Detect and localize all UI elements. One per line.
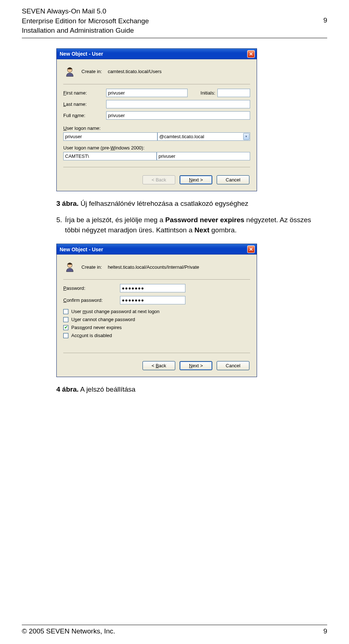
first-name-field[interactable]: [106, 89, 188, 97]
logon-name-label: User logon name:: [63, 125, 250, 131]
checkbox-unchecked-icon: [63, 333, 68, 338]
checkbox-checked-icon: ✔: [63, 325, 68, 330]
create-in-label: Create in:: [81, 69, 102, 74]
full-name-field[interactable]: [106, 111, 250, 120]
next-button[interactable]: Next >: [180, 361, 212, 370]
create-in-path: heltest.ticato.local/Accounts/Internal/P…: [108, 264, 199, 270]
back-button[interactable]: < Back: [143, 361, 175, 370]
header-rule: [22, 38, 327, 38]
checkbox-unchecked-icon: [63, 309, 68, 314]
account-disabled-label: Account is disabled: [71, 333, 112, 338]
next-button[interactable]: Next >: [180, 175, 212, 184]
titlebar: New Object - User ✕: [57, 244, 257, 255]
close-button[interactable]: ✕: [247, 245, 255, 253]
pre2000-user-field[interactable]: [157, 152, 250, 160]
footer-page-number: 9: [323, 627, 327, 635]
footer-copyright: © 2005 SEVEN Networks, Inc.: [22, 627, 115, 635]
never-expires-checkbox-row[interactable]: ✔ Password never expires: [63, 325, 250, 330]
new-user-dialog-1: New Object - User ✕ Create in: camtest.t…: [56, 48, 257, 191]
initials-field[interactable]: [217, 89, 250, 97]
cannot-change-checkbox-row[interactable]: User cannot change password: [63, 317, 250, 322]
header-line-2: Enterprise Edition for Microsoft Exchang…: [22, 16, 149, 26]
user-head-icon: [64, 261, 76, 273]
never-expires-label: Password never expires: [71, 325, 122, 330]
header-line-3: Installation and Administration Guide: [22, 26, 327, 36]
separator: [63, 167, 250, 167]
must-change-checkbox-row[interactable]: User must change password at next logon: [63, 309, 250, 314]
confirm-password-label: Confirm password:: [63, 297, 118, 303]
doc-header: SEVEN Always-On Mail 5.0 Enterprise Edit…: [22, 7, 327, 38]
last-name-label: Last name:: [63, 101, 104, 107]
header-line-1: SEVEN Always-On Mail 5.0: [22, 7, 327, 16]
domain-combo[interactable]: @camtest.ticato.local ▾: [157, 132, 250, 141]
window-title: New Object - User: [60, 247, 103, 252]
last-name-field[interactable]: [106, 100, 250, 108]
cancel-button[interactable]: Cancel: [217, 361, 249, 370]
cancel-button[interactable]: Cancel: [217, 175, 249, 184]
close-icon: ✕: [249, 247, 253, 252]
header-page-number: 9: [323, 16, 327, 26]
separator: [63, 353, 250, 353]
account-disabled-checkbox-row[interactable]: Account is disabled: [63, 333, 250, 338]
close-button[interactable]: ✕: [247, 50, 255, 58]
step-5-text: 5. Írja be a jelszót, és jelölje meg a P…: [56, 215, 316, 235]
doc-footer: © 2005 SEVEN Networks, Inc. 9: [22, 625, 327, 635]
password-label: Password:: [63, 285, 118, 291]
create-in-path: camtest.ticato.local/Users: [108, 69, 161, 74]
must-change-label: User must change password at next logon: [71, 309, 160, 314]
pre2000-label: User logon name (pre-Windows 2000):: [63, 145, 144, 151]
user-head-icon: [64, 66, 76, 77]
initials-label: Initials:: [190, 90, 215, 96]
window-title: New Object - User: [60, 51, 103, 57]
domain-value: @camtest.ticato.local: [159, 134, 204, 139]
separator: [63, 279, 250, 280]
confirm-password-field[interactable]: [120, 296, 185, 304]
cannot-change-label: User cannot change password: [71, 317, 135, 322]
separator: [63, 84, 250, 84]
checkbox-unchecked-icon: [63, 317, 68, 322]
new-user-dialog-2: New Object - User ✕ Create in: heltest.t…: [56, 244, 257, 377]
logon-name-field[interactable]: [63, 132, 157, 141]
first-name-label: First name:: [63, 90, 104, 96]
titlebar: New Object - User ✕: [57, 49, 257, 59]
figure-3-caption: 3 ábra. Új felhasználónév létrehozása a …: [56, 199, 316, 209]
password-field[interactable]: [120, 284, 185, 292]
figure-4-caption: 4 ábra. A jelszó beállítása: [56, 384, 316, 395]
chevron-down-icon: ▾: [243, 133, 249, 140]
create-in-label: Create in:: [81, 264, 102, 270]
back-button: < Back: [143, 175, 175, 184]
close-icon: ✕: [249, 52, 253, 56]
pre2000-domain-field: [63, 152, 157, 160]
full-name-label: Full name:: [63, 113, 104, 118]
